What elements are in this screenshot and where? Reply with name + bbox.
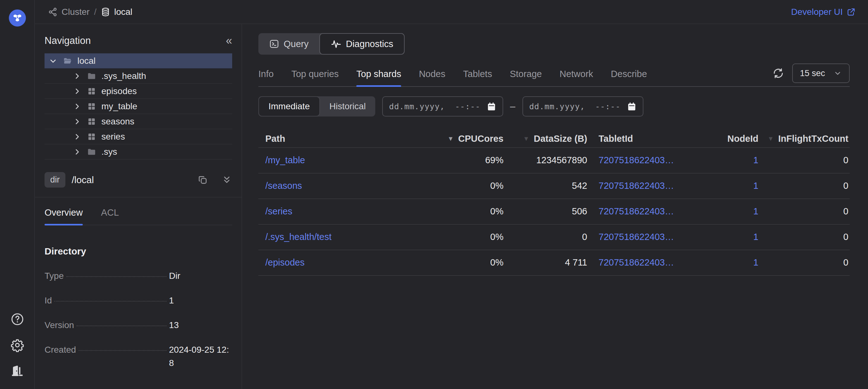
col-inflighttxcount[interactable]: ▼InFlightTxCount: [760, 130, 850, 148]
tab-top-queries[interactable]: Top queries: [291, 69, 339, 86]
tree-item-series[interactable]: series: [44, 129, 232, 144]
breadcrumb-database[interactable]: local: [101, 7, 132, 17]
directory-info-list: Type Dir Id 1 Version 13 Created 2024-09…: [44, 269, 232, 370]
tablet-link[interactable]: 7207518622403…: [598, 232, 674, 242]
path-link[interactable]: /.sys_health/test: [265, 232, 332, 242]
col-datasize[interactable]: ▼DataSize (B): [505, 130, 588, 148]
tree-item-my-table[interactable]: my_table: [44, 99, 232, 114]
node-link[interactable]: 1: [753, 181, 758, 191]
tablet-link[interactable]: 7207518622403…: [598, 206, 674, 216]
info-value: 2024-09-25 12:8: [169, 343, 232, 370]
dotted-leader: [66, 276, 166, 277]
date-from-input[interactable]: [389, 102, 484, 111]
size-cell: 506: [505, 199, 588, 224]
chevron-right-icon[interactable]: [72, 117, 82, 126]
chevron-right-icon[interactable]: [72, 87, 82, 96]
view-switch-query[interactable]: Query: [258, 33, 319, 55]
tablet-link[interactable]: 7207518622403…: [598, 155, 674, 165]
tab-network[interactable]: Network: [559, 69, 593, 86]
tab-storage[interactable]: Storage: [510, 69, 542, 86]
size-cell: 1234567890: [505, 148, 588, 173]
tablet-link[interactable]: 7207518622403…: [598, 257, 674, 267]
table-grid-icon: [87, 132, 96, 141]
tab-tablets[interactable]: Tablets: [463, 69, 492, 86]
cpu-cell: 0%: [441, 250, 505, 275]
calendar-icon[interactable]: [627, 101, 637, 111]
date-to-input[interactable]: [529, 102, 624, 111]
tab-nodes[interactable]: Nodes: [419, 69, 445, 86]
main-content: Query Diagnostics Info Top queries Top s…: [245, 24, 868, 389]
tree-item-sys[interactable]: .sys: [44, 144, 232, 159]
copy-icon[interactable]: [197, 174, 208, 185]
chevron-right-icon[interactable]: [72, 71, 82, 81]
view-switch-diagnostics-label: Diagnostics: [346, 39, 393, 49]
tree-item-label: .sys: [101, 147, 117, 157]
info-row-id: Id 1: [44, 294, 232, 307]
tree-item-label: .sys_health: [101, 71, 146, 81]
view-switch-diagnostics[interactable]: Diagnostics: [319, 33, 405, 55]
tab-top-shards[interactable]: Top shards: [356, 69, 401, 86]
node-link[interactable]: 1: [753, 232, 758, 242]
tree-item-sys-health[interactable]: .sys_health: [44, 68, 232, 84]
filters-row: Immediate Historical –: [258, 96, 850, 117]
breadcrumb-cluster[interactable]: Cluster: [48, 7, 90, 17]
tab-info[interactable]: Info: [258, 69, 274, 86]
path-link[interactable]: /seasons: [265, 181, 302, 191]
developer-ui-link[interactable]: Developer UI: [791, 7, 856, 17]
tree-item-local[interactable]: local: [44, 53, 232, 68]
col-tabletid[interactable]: TabletId: [588, 130, 725, 148]
tab-describe[interactable]: Describe: [611, 69, 647, 86]
mode-historical[interactable]: Historical: [320, 96, 375, 117]
help-icon[interactable]: [10, 312, 25, 326]
chevron-down-icon[interactable]: [48, 56, 58, 66]
info-row-version: Version 13: [44, 319, 232, 332]
path-link[interactable]: /episodes: [265, 257, 305, 267]
tree-item-seasons[interactable]: seasons: [44, 114, 232, 129]
calendar-icon[interactable]: [487, 101, 496, 111]
node-link[interactable]: 1: [753, 206, 758, 216]
view-switch: Query Diagnostics: [258, 33, 405, 55]
settings-gear-icon[interactable]: [10, 338, 25, 352]
col-path[interactable]: Path: [258, 130, 441, 148]
tree-item-label: episodes: [101, 86, 137, 96]
tree-item-label: local: [78, 56, 96, 66]
path-link[interactable]: /my_table: [265, 155, 305, 165]
tablet-link[interactable]: 7207518622403…: [598, 181, 674, 191]
pulse-icon: [331, 38, 341, 49]
ydb-logo[interactable]: [9, 9, 26, 27]
inflight-cell: 0: [760, 199, 850, 224]
refresh-icon[interactable]: [773, 68, 784, 79]
collapse-panel-icon[interactable]: «: [226, 35, 232, 46]
date-from-picker[interactable]: [382, 96, 503, 117]
sort-desc-icon: ▼: [447, 135, 454, 142]
col-cpucores[interactable]: ▼CPUCores: [441, 130, 505, 148]
node-link[interactable]: 1: [753, 155, 758, 165]
diagnostics-tabs-row: Info Top queries Top shards Nodes Tablet…: [258, 67, 850, 87]
chevrons-down-icon[interactable]: [221, 174, 232, 185]
chevron-right-icon[interactable]: [72, 147, 82, 157]
mode-switch: Immediate Historical: [258, 96, 375, 117]
directory-section-title: Directory: [44, 246, 232, 257]
chevron-right-icon[interactable]: [72, 102, 82, 111]
breadcrumb-separator: /: [94, 7, 97, 17]
table-row: /.sys_health/test 0% 0 7207518622403… 1 …: [258, 224, 850, 250]
tab-overview[interactable]: Overview: [44, 202, 83, 225]
chevron-right-icon[interactable]: [72, 132, 82, 141]
app-window: Cluster / local Developer UI: [0, 0, 868, 389]
info-value: 13: [169, 319, 232, 332]
col-nodeid[interactable]: NodeId: [725, 130, 760, 148]
info-value: Dir: [169, 269, 232, 283]
table-header-row: Path ▼CPUCores ▼DataSize (B) TabletId No…: [258, 130, 850, 148]
external-link-icon: [846, 7, 856, 17]
tab-acl[interactable]: ACL: [101, 202, 119, 225]
node-link[interactable]: 1: [753, 257, 758, 267]
tree-item-episodes[interactable]: episodes: [44, 84, 232, 99]
autorefresh-select[interactable]: 15 sec: [792, 63, 850, 83]
entity-path: /local: [72, 174, 94, 185]
mode-immediate[interactable]: Immediate: [258, 96, 320, 117]
logout-door-icon[interactable]: [10, 364, 25, 378]
date-to-picker[interactable]: [522, 96, 644, 117]
navigation-title: Navigation: [44, 35, 91, 46]
path-link[interactable]: /series: [265, 206, 292, 216]
tree-item-label: seasons: [101, 117, 134, 127]
